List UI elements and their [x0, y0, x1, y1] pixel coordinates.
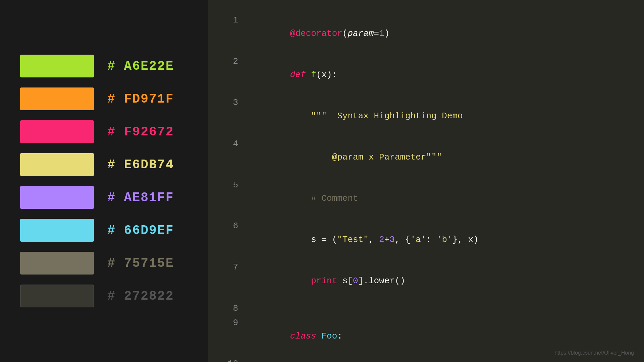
- line-content-6: s = ("Test", 2+3, {'a': 'b'}, x): [248, 219, 479, 260]
- line-number-4: 4: [225, 137, 238, 150]
- swatch-ae81ff: [20, 186, 94, 209]
- swatch-272822: [20, 285, 94, 307]
- line-content-5: # Comment: [248, 178, 358, 219]
- color-row-4: # E6DB74: [20, 153, 188, 176]
- color-row-2: # FD971F: [20, 87, 188, 110]
- label-f92672: # F92672: [107, 125, 174, 139]
- color-row-6: # 66D9EF: [20, 219, 188, 242]
- code-line-6: 6 s = ("Test", 2+3, {'a': 'b'}, x): [225, 219, 627, 260]
- swatch-75715e: [20, 252, 94, 275]
- code-line-1: 1 @decorator(param=1): [225, 13, 627, 54]
- code-line-4: 4 @param x Parameter""": [225, 137, 627, 178]
- color-row-5: # AE81FF: [20, 186, 188, 209]
- code-editor-panel: 1 @decorator(param=1) 2 def f(x): 3 """ …: [208, 0, 644, 362]
- line-content-3: """ Syntax Highlighting Demo: [248, 96, 463, 136]
- line-number-7: 7: [225, 260, 238, 274]
- line-content-7: print s[0].lower(): [248, 260, 405, 301]
- line-content-2: def f(x):: [248, 55, 337, 95]
- color-row-8: # 272822: [20, 285, 188, 307]
- color-row-3: # F92672: [20, 120, 188, 143]
- watermark: https://blog.csdn.net/Oliver_Hong: [554, 350, 634, 356]
- label-66d9ef: # 66D9EF: [107, 223, 174, 238]
- label-75715e: # 75715E: [107, 256, 174, 270]
- line-content-9: class Foo:: [248, 316, 342, 357]
- code-line-7: 7 print s[0].lower(): [225, 260, 627, 301]
- label-a6e22e: # A6E22E: [107, 59, 174, 73]
- swatch-66d9ef: [20, 219, 94, 242]
- color-palette-panel: # A6E22E # FD971F # F92672 # E6DB74 # AE…: [0, 0, 208, 362]
- line-number-6: 6: [225, 219, 238, 233]
- code-line-3: 3 """ Syntax Highlighting Demo: [225, 96, 627, 136]
- line-content-8: [248, 302, 254, 315]
- line-number-8: 8: [225, 302, 238, 315]
- label-ae81ff: # AE81FF: [107, 190, 174, 205]
- code-line-5: 5 # Comment: [225, 178, 627, 219]
- swatch-f92672: [20, 120, 94, 143]
- line-number-2: 2: [225, 55, 238, 68]
- code-line-2: 2 def f(x):: [225, 55, 627, 95]
- swatch-a6e22e: [20, 55, 94, 77]
- line-content-1: @decorator(param=1): [248, 13, 389, 54]
- code-line-10: 10 def __init__(self):: [225, 357, 627, 362]
- line-content-4: @param x Parameter""": [248, 137, 442, 178]
- line-content-10: def __init__(self):: [248, 357, 411, 362]
- swatch-fd971f: [20, 87, 94, 110]
- label-272822: # 272822: [107, 289, 174, 303]
- code-block: 1 @decorator(param=1) 2 def f(x): 3 """ …: [225, 13, 627, 362]
- line-number-10: 10: [225, 357, 238, 362]
- line-number-5: 5: [225, 178, 238, 192]
- line-number-9: 9: [225, 316, 238, 329]
- label-e6db74: # E6DB74: [107, 158, 174, 172]
- line-number-3: 3: [225, 96, 238, 109]
- label-fd971f: # FD971F: [107, 92, 174, 106]
- line-number-1: 1: [225, 13, 238, 27]
- code-line-8: 8: [225, 302, 627, 315]
- color-row-1: # A6E22E: [20, 55, 188, 77]
- swatch-e6db74: [20, 153, 94, 176]
- color-row-7: # 75715E: [20, 252, 188, 275]
